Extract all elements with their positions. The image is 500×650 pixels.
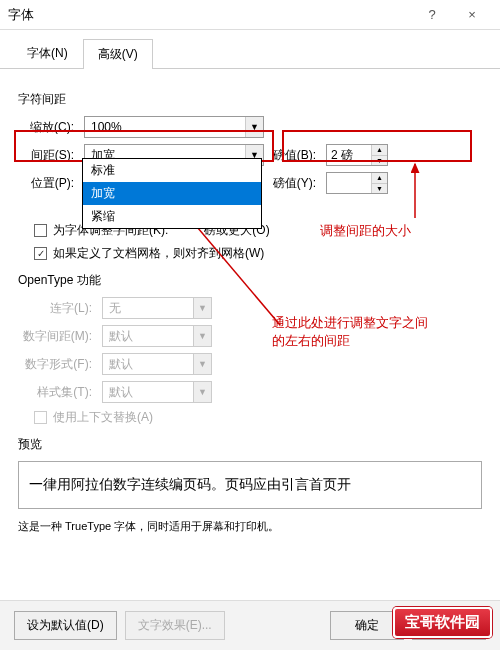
label-spacing: 间距(S): — [18, 147, 78, 164]
chevron-down-icon: ▼ — [245, 117, 263, 137]
snapgrid-label: 如果定义了文档网格，则对齐到网格(W) — [53, 245, 264, 262]
annotation-adjust-here-1: 通过此处进行调整文字之间 — [272, 314, 428, 332]
text-effects-button: 文字效果(E)... — [125, 611, 225, 640]
contextual-label: 使用上下文替换(A) — [53, 409, 153, 426]
numspacing-combo: 默认 ▼ — [102, 325, 212, 347]
section-preview: 预览 — [18, 436, 482, 453]
numspacing-value: 默认 — [103, 328, 193, 345]
numforms-combo: 默认 ▼ — [102, 353, 212, 375]
chevron-down-icon: ▼ — [193, 298, 211, 318]
spinner-up-icon[interactable]: ▲ — [372, 145, 387, 156]
annotation-adjust-size: 调整间距的大小 — [320, 222, 411, 240]
preview-box: 一律用阿拉伯数字连续编页码。页码应由引言首页开 — [18, 461, 482, 509]
contextual-checkbox — [34, 411, 47, 424]
spinner-down-icon[interactable]: ▼ — [372, 184, 387, 194]
label-ligatures: 连字(L): — [18, 300, 96, 317]
ligatures-value: 无 — [103, 300, 193, 317]
spinner-down-icon[interactable]: ▼ — [372, 156, 387, 166]
point-b-spinner[interactable]: 2 磅 ▲▼ — [326, 144, 388, 166]
spinner-up-icon[interactable]: ▲ — [372, 173, 387, 184]
label-stylistics: 样式集(T): — [18, 384, 96, 401]
label-numspacing: 数字间距(M): — [18, 328, 96, 345]
scale-value: 100% — [85, 120, 245, 134]
label-point-b: 磅值(B): — [270, 147, 320, 164]
tab-advanced[interactable]: 高级(V) — [83, 39, 153, 69]
close-button[interactable]: × — [452, 0, 492, 30]
label-position: 位置(P): — [18, 175, 78, 192]
tab-font[interactable]: 字体(N) — [12, 38, 83, 68]
dialog-title: 字体 — [8, 6, 412, 24]
set-default-button[interactable]: 设为默认值(D) — [14, 611, 117, 640]
ligatures-combo: 无 ▼ — [102, 297, 212, 319]
chevron-down-icon: ▼ — [193, 382, 211, 402]
numforms-value: 默认 — [103, 356, 193, 373]
dropdown-item-tighten[interactable]: 紧缩 — [83, 205, 261, 228]
label-scale: 缩放(C): — [18, 119, 78, 136]
stylistics-value: 默认 — [103, 384, 193, 401]
help-button[interactable]: ? — [412, 0, 452, 30]
spacing-dropdown[interactable]: 标准 加宽 紧缩 — [82, 158, 262, 229]
scale-combo[interactable]: 100% ▼ — [84, 116, 264, 138]
section-char-spacing: 字符间距 — [18, 91, 482, 108]
point-y-value — [327, 173, 371, 193]
label-point-y: 磅值(Y): — [270, 175, 320, 192]
annotation-adjust-here-2: 的左右的间距 — [272, 332, 350, 350]
point-b-value: 2 磅 — [327, 145, 371, 165]
chevron-down-icon: ▼ — [193, 326, 211, 346]
section-opentype: OpenType 功能 — [18, 272, 482, 289]
watermark: 宝哥软件园 — [393, 607, 492, 638]
stylistics-combo: 默认 ▼ — [102, 381, 212, 403]
kerning-checkbox[interactable] — [34, 224, 47, 237]
footer-note: 这是一种 TrueType 字体，同时适用于屏幕和打印机。 — [18, 519, 482, 534]
chevron-down-icon: ▼ — [193, 354, 211, 374]
dropdown-item-standard[interactable]: 标准 — [83, 159, 261, 182]
snapgrid-checkbox[interactable]: ✓ — [34, 247, 47, 260]
point-y-spinner[interactable]: ▲▼ — [326, 172, 388, 194]
label-numforms: 数字形式(F): — [18, 356, 96, 373]
dropdown-item-widen[interactable]: 加宽 — [83, 182, 261, 205]
